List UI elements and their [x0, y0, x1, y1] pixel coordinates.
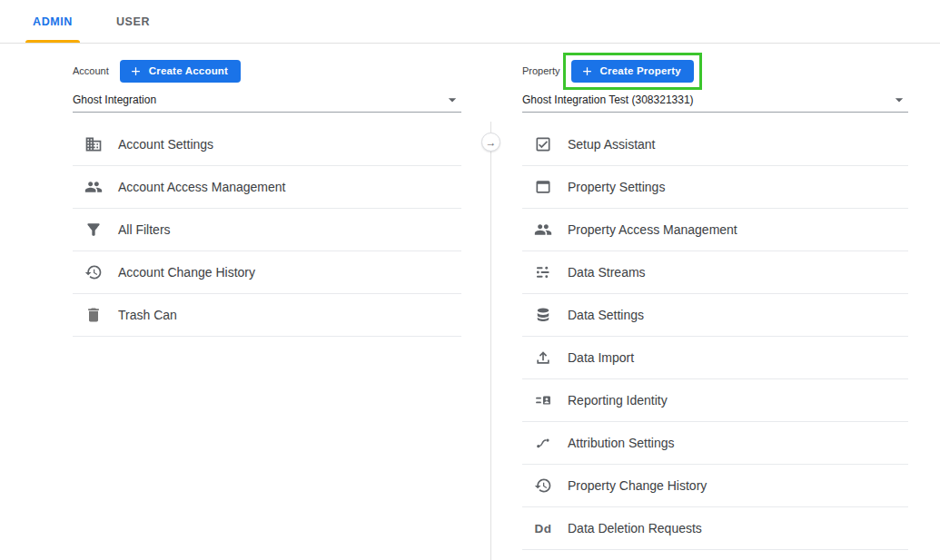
menu-item-account-settings[interactable]: Account Settings: [73, 123, 461, 166]
create-property-highlight-wrap: Create Property: [571, 60, 694, 83]
menu-item-label: Property Change History: [568, 478, 707, 493]
column-arrow-button[interactable]: →: [481, 133, 500, 152]
people-icon: [533, 220, 553, 240]
create-property-label: Create Property: [600, 65, 681, 76]
menu-item-label: Account Access Management: [118, 180, 285, 194]
menu-item-attribution-settings[interactable]: Attribution Settings: [522, 422, 908, 465]
tab-user[interactable]: USER: [94, 0, 172, 43]
menu-item-label: Data Settings: [568, 308, 644, 322]
building-icon: [84, 134, 104, 154]
arrow-right-icon: →: [486, 137, 497, 148]
dd-icon: Dd: [533, 518, 553, 538]
chevron-down-icon: [890, 91, 908, 109]
create-property-button[interactable]: Create Property: [571, 60, 694, 83]
menu-item-label: Reporting Identity: [568, 393, 668, 408]
menu-item-property-change-history[interactable]: Property Change History: [522, 465, 908, 507]
create-account-label: Create Account: [149, 65, 228, 76]
menu-item-data-deletion-requests[interactable]: DdData Deletion Requests: [522, 507, 908, 550]
menu-item-label: Property Settings: [568, 180, 665, 194]
property-column: Property Create Property Ghost Integrati…: [522, 58, 908, 550]
trash-icon: [84, 305, 104, 325]
account-header: Account Create Account: [73, 58, 461, 84]
menu-item-label: Account Settings: [118, 137, 213, 152]
identity-badge-icon: [533, 390, 553, 410]
menu-item-property-settings[interactable]: Property Settings: [522, 166, 908, 209]
streams-icon: [533, 262, 553, 282]
tab-admin-label: ADMIN: [33, 15, 73, 28]
people-icon: [84, 177, 104, 197]
menu-item-all-filters[interactable]: All Filters: [73, 209, 461, 251]
menu-item-label: Data Import: [568, 350, 634, 365]
database-icon: [533, 305, 553, 325]
property-menu: Setup AssistantProperty SettingsProperty…: [522, 123, 908, 550]
menu-item-label: Trash Can: [118, 308, 177, 322]
account-label: Account: [73, 65, 109, 76]
history-icon: [84, 262, 104, 282]
column-divider: [490, 122, 491, 560]
filter-icon: [84, 220, 104, 240]
menu-item-setup-assistant[interactable]: Setup Assistant: [522, 123, 908, 166]
menu-item-trash-can[interactable]: Trash Can: [73, 294, 461, 337]
menu-item-data-settings[interactable]: Data Settings: [522, 294, 908, 337]
property-selector[interactable]: Ghost Integration Test (308321331): [522, 87, 908, 113]
menu-item-label: All Filters: [118, 222, 171, 237]
menu-item-reporting-identity[interactable]: Reporting Identity: [522, 379, 908, 422]
create-account-button[interactable]: Create Account: [120, 60, 241, 83]
menu-item-account-access-management[interactable]: Account Access Management: [73, 166, 461, 209]
menu-item-label: Property Access Management: [568, 222, 737, 237]
account-menu: Account SettingsAccount Access Managemen…: [73, 123, 461, 337]
attribution-icon: [533, 433, 553, 453]
menu-item-data-streams[interactable]: Data Streams: [522, 251, 908, 294]
tab-user-label: USER: [116, 15, 150, 28]
menu-item-label: Data Deletion Requests: [568, 521, 702, 535]
menu-item-label: Attribution Settings: [568, 436, 675, 450]
menu-item-data-import[interactable]: Data Import: [522, 337, 908, 379]
plus-icon: [580, 64, 594, 78]
property-label: Property: [522, 65, 560, 76]
menu-item-label: Setup Assistant: [568, 137, 656, 152]
top-tab-bar: ADMIN USER: [0, 0, 940, 44]
property-selector-value: Ghost Integration Test (308321331): [522, 93, 694, 106]
upload-icon: [533, 348, 553, 368]
account-selector-value: Ghost Integration: [73, 93, 156, 106]
menu-item-label: Account Change History: [118, 265, 255, 280]
tab-admin[interactable]: ADMIN: [11, 0, 94, 43]
chevron-down-icon: [443, 91, 461, 109]
account-column: Account Create Account Ghost Integration…: [73, 58, 461, 337]
property-header: Property Create Property: [522, 58, 908, 84]
menu-item-label: Data Streams: [568, 265, 646, 280]
checkbox-check-icon: [533, 134, 553, 154]
account-selector[interactable]: Ghost Integration: [73, 87, 461, 113]
menu-item-property-access-management[interactable]: Property Access Management: [522, 209, 908, 251]
menu-item-account-change-history[interactable]: Account Change History: [73, 251, 461, 294]
plus-icon: [129, 64, 143, 78]
history-icon: [533, 476, 553, 496]
web-asset-icon: [533, 177, 553, 197]
